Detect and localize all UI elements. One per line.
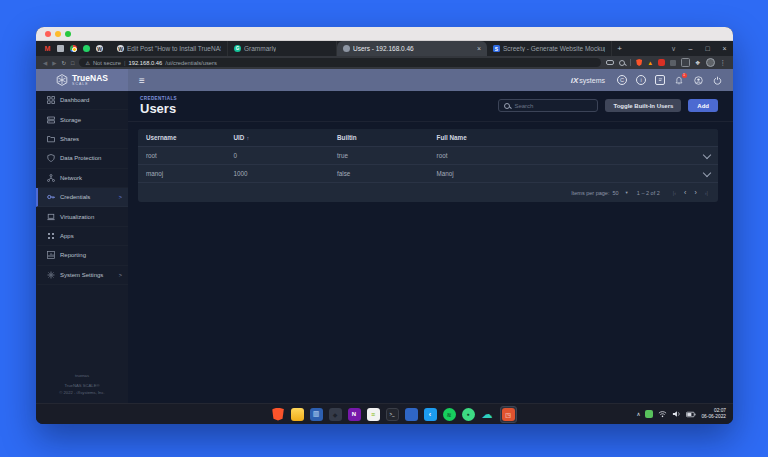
tab-search-icon[interactable]: ∨: [665, 45, 682, 53]
battery-icon[interactable]: [686, 411, 696, 418]
snipping-tool-active-icon[interactable]: ◳: [502, 408, 515, 421]
cloud-app-icon[interactable]: ☁: [481, 408, 494, 421]
password-key-icon[interactable]: [606, 60, 614, 65]
sidebar-item-network[interactable]: Network: [36, 169, 128, 188]
red-extension-icon[interactable]: [658, 59, 665, 66]
windows-start-icon[interactable]: [253, 408, 266, 421]
info-icon[interactable]: i: [636, 75, 646, 85]
expand-row-chevron-icon[interactable]: [703, 169, 711, 177]
tab-screety[interactable]: S Screety - Generate Website Mockups: [487, 41, 612, 56]
table-row-manoj[interactable]: manoj 1000 false Manoj: [138, 164, 718, 182]
search-input[interactable]: [514, 103, 592, 109]
minimize-traffic-light[interactable]: [55, 31, 61, 37]
dark-app-icon[interactable]: ◆: [329, 408, 342, 421]
sidebar-toggle-icon[interactable]: ≡: [139, 75, 145, 86]
column-username[interactable]: Username: [146, 134, 234, 141]
column-builtin[interactable]: Builtin: [337, 134, 437, 141]
items-per-page-dropdown-icon[interactable]: ▾: [626, 190, 628, 195]
sidebar-item-credentials[interactable]: Credentials >: [36, 188, 128, 207]
sidebar-item-apps[interactable]: Apps: [36, 227, 128, 246]
search-box[interactable]: [498, 99, 598, 112]
profile-icon[interactable]: [706, 58, 715, 67]
tab-close-icon[interactable]: ×: [477, 45, 481, 52]
minimize-button[interactable]: –: [682, 45, 699, 52]
table-row-root[interactable]: root 0 true root: [138, 146, 718, 164]
brave-icon[interactable]: [272, 408, 285, 421]
toggle-builtin-users-button[interactable]: Toggle Built-In Users: [605, 99, 681, 112]
terminal-icon[interactable]: >_: [386, 408, 399, 421]
onenote-icon[interactable]: N: [348, 408, 361, 421]
notepad-icon[interactable]: ≡: [367, 408, 380, 421]
power-icon[interactable]: [712, 75, 722, 85]
zoom-traffic-light[interactable]: [65, 31, 71, 37]
column-full-name[interactable]: Full Name: [437, 134, 696, 141]
previous-page-icon[interactable]: ‹: [684, 189, 686, 196]
back-icon[interactable]: ◀: [43, 60, 47, 66]
docs-pinned-tab-icon[interactable]: [57, 45, 64, 52]
green-app-icon[interactable]: ●: [462, 408, 475, 421]
muted-extension-icon[interactable]: [670, 60, 676, 66]
new-tab-button[interactable]: +: [612, 44, 627, 53]
browser-menu-icon[interactable]: ⋮: [720, 59, 727, 67]
window-controls: ∨ – □ ×: [665, 45, 733, 53]
whatsapp-pinned-tab-icon[interactable]: [83, 45, 90, 52]
sidebar-item-virtualization[interactable]: Virtualization: [36, 207, 128, 226]
items-per-page: Items per page: 50 ▾: [571, 190, 628, 196]
account-icon[interactable]: [693, 75, 703, 85]
zoom-icon[interactable]: [619, 60, 625, 66]
sidebar-item-system-settings[interactable]: System Settings >: [36, 266, 128, 285]
sidebar-item-shares[interactable]: Shares: [36, 130, 128, 149]
first-page-icon[interactable]: |‹: [673, 190, 676, 196]
last-page-icon[interactable]: ›|: [705, 190, 708, 196]
wifi-icon[interactable]: [658, 410, 667, 418]
volume-icon[interactable]: [672, 410, 681, 418]
sidebar-item-label: Storage: [60, 117, 81, 123]
cell-username: root: [146, 152, 234, 159]
wordpress-pinned-tab-icon[interactable]: W: [96, 45, 103, 52]
bookmark-icon[interactable]: □: [71, 60, 74, 66]
close-button[interactable]: ×: [716, 45, 733, 52]
tab-users-active[interactable]: Users - 192.168.0.46 ×: [337, 41, 487, 56]
spotify-icon[interactable]: ≋: [443, 408, 456, 421]
sidebar-item-data-protection[interactable]: Data Protection: [36, 149, 128, 168]
taskbar-clock[interactable]: 02:07 06-06-2022: [701, 408, 726, 420]
tab-grammarly[interactable]: G Grammarly: [228, 41, 337, 56]
app-window-icon[interactable]: [681, 58, 690, 67]
sidebar-item-dashboard[interactable]: Dashboard: [36, 91, 128, 110]
forward-icon[interactable]: ▶: [52, 60, 56, 66]
tab-edit-post[interactable]: W Edit Post "How to Install TrueNAS in V: [111, 41, 228, 56]
close-traffic-light[interactable]: [45, 31, 51, 37]
expand-row-chevron-icon[interactable]: [703, 151, 711, 159]
items-per-page-value[interactable]: 50: [612, 190, 618, 196]
warning-extension-icon[interactable]: ▲: [647, 60, 653, 66]
truecommand-icon[interactable]: C: [617, 75, 627, 85]
grammarly-favicon: G: [234, 45, 241, 52]
sidebar-item-reporting[interactable]: Reporting: [36, 246, 128, 265]
reload-icon[interactable]: ↻: [61, 60, 66, 66]
feedback-icon[interactable]: [655, 75, 665, 85]
address-bar[interactable]: ⚠ Not secure | 192.168.0.46 /ui/credenti…: [79, 58, 601, 67]
extensions-puzzle-icon[interactable]: ❖: [695, 59, 700, 66]
blue-app-icon[interactable]: [405, 408, 418, 421]
page-header: CREDENTIALS Users Toggle Built-In Users …: [128, 91, 733, 122]
next-page-icon[interactable]: ›: [694, 189, 696, 196]
browser-toolbar: ◀ ▶ ↻ □ ⚠ Not secure | 192.168.0.46 /ui/…: [36, 56, 733, 69]
file-explorer-icon[interactable]: [291, 408, 304, 421]
taskbar-dock: ▥ ◆ N ≡ >_ ‹ ≋ ● ☁ ◳: [253, 406, 517, 423]
task-manager-icon[interactable]: ▥: [310, 408, 323, 421]
chrome-pinned-tab-icon[interactable]: [70, 45, 77, 52]
maximize-button[interactable]: □: [699, 45, 716, 52]
add-user-button[interactable]: Add: [688, 99, 718, 112]
ixsystems-mark: iX: [571, 76, 579, 85]
sort-ascending-icon: ↑: [246, 135, 249, 141]
main-content: CREDENTIALS Users Toggle Built-In Users …: [128, 91, 733, 403]
gmail-pinned-tab-icon[interactable]: M: [44, 45, 51, 52]
vscode-icon[interactable]: ‹: [424, 408, 437, 421]
tray-overflow-chevron-icon[interactable]: ∧: [636, 411, 640, 417]
alerts-bell-icon[interactable]: 1: [674, 75, 684, 85]
adblock-shield-icon[interactable]: [636, 59, 642, 66]
column-uid[interactable]: UID↑: [234, 134, 338, 141]
tab-label: Screety - Generate Website Mockups: [503, 45, 605, 52]
sidebar-item-storage[interactable]: Storage: [36, 110, 128, 129]
tray-app-icon[interactable]: [645, 410, 653, 418]
